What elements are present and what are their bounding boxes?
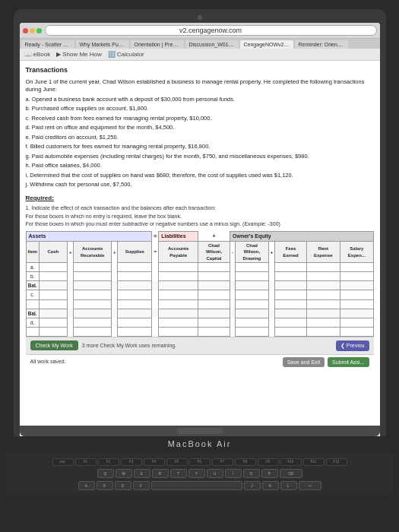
row-b-capital[interactable] bbox=[200, 274, 228, 279]
row-bal1-cash[interactable] bbox=[41, 283, 65, 288]
row-empty-ap[interactable] bbox=[160, 302, 196, 307]
check-my-work-button[interactable]: Check My Work bbox=[30, 340, 78, 350]
row-empty-supplies[interactable] bbox=[119, 302, 150, 307]
row-b-cash[interactable] bbox=[41, 274, 65, 279]
row-last-salary[interactable] bbox=[342, 330, 371, 334]
key-f11[interactable]: F11 bbox=[303, 458, 325, 466]
key-w[interactable]: W bbox=[116, 469, 132, 478]
row-bal1-rent[interactable] bbox=[309, 283, 339, 288]
row-bal2-drawing[interactable] bbox=[237, 312, 267, 316]
row-a-salary[interactable] bbox=[342, 265, 371, 270]
row-bal2-salary[interactable] bbox=[342, 312, 371, 316]
row-c-salary[interactable] bbox=[342, 293, 371, 297]
key-l[interactable]: L bbox=[280, 481, 297, 490]
row-empty-ar[interactable] bbox=[75, 302, 109, 307]
row-last-cash[interactable] bbox=[41, 330, 65, 334]
show-me-how-button[interactable]: ▶ Show Me How bbox=[56, 51, 102, 58]
key-k[interactable]: K bbox=[262, 481, 279, 490]
row-bal2-ar[interactable] bbox=[75, 312, 109, 316]
maximize-dot[interactable] bbox=[36, 28, 42, 33]
row-bal1-fees[interactable] bbox=[277, 283, 304, 288]
row-empty-cash[interactable] bbox=[41, 302, 65, 307]
key-f9[interactable]: F9 bbox=[258, 458, 279, 466]
key-f6[interactable]: F6 bbox=[189, 458, 211, 466]
row-bal2-capital[interactable] bbox=[200, 312, 228, 316]
key-f10[interactable]: F10 bbox=[280, 458, 302, 466]
row-bal1-capital[interactable] bbox=[200, 283, 228, 288]
tab-markets[interactable]: Why Markets Puts L... bbox=[76, 40, 129, 49]
row-bal1-supplies[interactable] bbox=[119, 283, 150, 288]
row-d-supplies[interactable] bbox=[119, 321, 150, 325]
key-p[interactable]: P bbox=[261, 469, 278, 478]
key-t[interactable]: T bbox=[170, 469, 187, 478]
key-s[interactable]: S bbox=[97, 481, 113, 490]
key-backspace[interactable]: ⌫ bbox=[280, 469, 302, 478]
save-exit-button[interactable]: Save and Exit bbox=[283, 357, 325, 367]
key-o[interactable]: O bbox=[243, 469, 260, 478]
row-b-ar[interactable] bbox=[75, 274, 109, 279]
key-u[interactable]: U bbox=[207, 469, 223, 478]
row-bal2-cash[interactable] bbox=[41, 312, 65, 316]
close-dot[interactable] bbox=[23, 28, 28, 33]
row-last-ap[interactable] bbox=[160, 330, 196, 334]
row-c-capital[interactable] bbox=[200, 293, 228, 297]
row-d-ap[interactable] bbox=[160, 321, 196, 325]
tab-discussion[interactable]: Discussion_W01 A... bbox=[185, 40, 239, 49]
key-i[interactable]: I bbox=[225, 469, 242, 478]
key-e[interactable]: E bbox=[134, 469, 150, 478]
key-f7[interactable]: F7 bbox=[212, 458, 233, 466]
key-esc[interactable]: esc bbox=[52, 458, 74, 466]
row-c-cash[interactable] bbox=[41, 293, 65, 297]
row-c-ap[interactable] bbox=[160, 293, 196, 297]
row-last-capital[interactable] bbox=[200, 330, 228, 334]
tab-cengage[interactable]: CengageNOWv2 | O... bbox=[240, 40, 293, 49]
row-empty-rent[interactable] bbox=[309, 302, 339, 307]
key-r[interactable]: R bbox=[152, 469, 169, 478]
row-bal2-ap[interactable] bbox=[160, 312, 196, 316]
key-y[interactable]: Y bbox=[188, 469, 205, 478]
row-c-supplies[interactable] bbox=[119, 293, 150, 297]
row-b-salary[interactable] bbox=[342, 274, 371, 279]
row-bal1-ap[interactable] bbox=[160, 283, 196, 288]
row-bal2-supplies[interactable] bbox=[119, 312, 150, 316]
row-bal1-ar[interactable] bbox=[75, 283, 109, 288]
key-f8[interactable]: F8 bbox=[235, 458, 256, 466]
row-bal1-salary[interactable] bbox=[342, 283, 371, 288]
key-f3[interactable]: F3 bbox=[121, 458, 142, 466]
row-a-supplies[interactable] bbox=[119, 265, 150, 270]
minimize-dot[interactable] bbox=[30, 28, 35, 33]
ebook-button[interactable]: 📖 eBook bbox=[24, 51, 51, 58]
key-f[interactable]: F bbox=[133, 481, 150, 490]
row-last-fees[interactable] bbox=[277, 330, 304, 334]
tab-orientation[interactable]: Orientation | Pre-Re... bbox=[131, 40, 184, 49]
row-c-rent[interactable] bbox=[309, 293, 339, 297]
key-a[interactable]: A bbox=[78, 481, 95, 490]
row-d-fees[interactable] bbox=[277, 321, 304, 325]
row-bal1-drawing[interactable] bbox=[237, 283, 267, 288]
row-b-drawing[interactable] bbox=[237, 274, 267, 279]
row-a-drawing[interactable] bbox=[237, 265, 267, 270]
row-last-drawing[interactable] bbox=[237, 330, 267, 334]
key-f12[interactable]: F12 bbox=[326, 458, 347, 466]
row-bal2-rent[interactable] bbox=[309, 312, 339, 316]
row-last-ar[interactable] bbox=[75, 330, 109, 334]
key-f1[interactable]: F1 bbox=[75, 458, 97, 466]
key-f2[interactable]: F2 bbox=[98, 458, 119, 466]
key-j[interactable]: J bbox=[244, 481, 261, 490]
key-f5[interactable]: F5 bbox=[166, 458, 188, 466]
key-enter[interactable]: ↵ bbox=[299, 481, 321, 490]
url-bar[interactable]: v2.cengagenow.com bbox=[45, 25, 377, 36]
row-bal2-fees[interactable] bbox=[277, 312, 304, 316]
key-q[interactable]: Q bbox=[97, 469, 114, 478]
submit-button[interactable]: Submit Assi... bbox=[328, 357, 369, 367]
row-d-salary[interactable] bbox=[342, 321, 371, 325]
row-last-supplies[interactable] bbox=[119, 330, 150, 334]
row-a-ap[interactable] bbox=[160, 265, 196, 270]
key-space[interactable] bbox=[151, 481, 242, 490]
key-d[interactable]: D bbox=[115, 481, 131, 490]
row-a-rent[interactable] bbox=[309, 265, 339, 270]
row-a-fees[interactable] bbox=[277, 265, 304, 270]
row-d-capital[interactable] bbox=[200, 321, 228, 325]
previous-button[interactable]: ❮ Previou bbox=[336, 340, 369, 351]
row-b-ap[interactable] bbox=[160, 274, 196, 279]
